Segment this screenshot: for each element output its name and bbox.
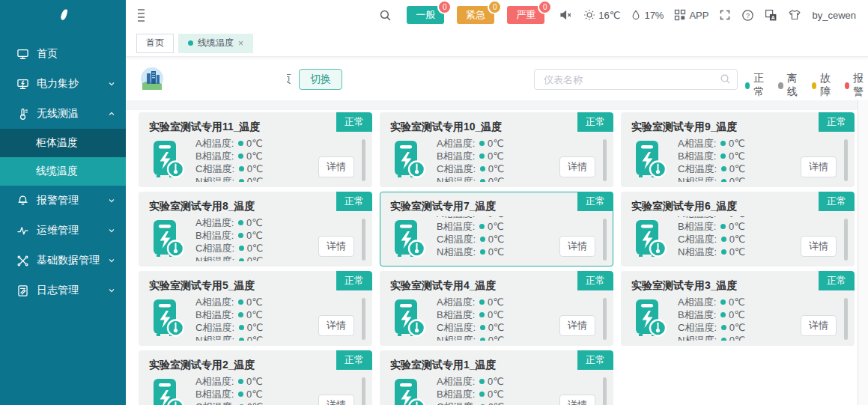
card-scrollbar[interactable] <box>844 298 848 340</box>
page-scrollbar[interactable] <box>858 100 868 405</box>
sidebar-item-3[interactable]: 报警管理 <box>0 186 126 216</box>
phase-label: B相温度: <box>678 309 719 320</box>
detail-button[interactable]: 详情 <box>559 236 595 257</box>
search-icon[interactable] <box>379 9 392 22</box>
tab-close-icon[interactable]: × <box>238 39 243 48</box>
sidebar-item-0[interactable]: 首页 <box>0 39 126 69</box>
sidebar-item-1[interactable]: 电力集抄 <box>0 69 126 99</box>
device-card[interactable]: 实验室测试专用3_温度正常 A相温度: 0℃B相温度: 0℃C相温度: 0℃N相… <box>621 271 855 346</box>
phase-temp-line: B相温度: 0℃ <box>195 150 315 162</box>
phase-temp-value: 0℃ <box>488 389 504 400</box>
sidebar-item-5[interactable]: 基础数据管理 <box>0 246 126 275</box>
device-icon <box>392 139 426 183</box>
chevron-down-icon <box>108 197 115 204</box>
device-card[interactable]: 实验室测试专用8_温度正常 A相温度: 0℃B相温度: 0℃C相温度: 0℃N相… <box>139 192 372 267</box>
phase-temp-value: 0℃ <box>729 234 746 245</box>
phase-temp-value: 0℃ <box>246 376 263 387</box>
phase-temp-line: C相温度: 0℃ <box>678 162 798 175</box>
menu-collapse-icon[interactable] <box>135 6 148 25</box>
phase-status-dot <box>479 224 485 229</box>
water-drop-icon <box>631 9 641 21</box>
detail-button[interactable]: 详情 <box>318 156 354 177</box>
app-download[interactable]: APP <box>674 9 708 21</box>
device-card[interactable]: 实验室测试专用2_温度正常 A相温度: 0℃B相温度: 0℃C相温度: 0℃N相… <box>139 350 372 405</box>
sidebar-subitem-2-0[interactable]: 柜体温度 <box>0 129 126 157</box>
phase-temp-line: N相温度: 0℃ <box>678 175 798 182</box>
detail-button[interactable]: 详情 <box>318 315 354 336</box>
alarm-level-button-1[interactable]: 紧急0 <box>457 6 494 24</box>
station-logo[interactable] <box>141 67 163 93</box>
phase-label: B相温度: <box>678 221 719 232</box>
phase-status-dot <box>480 166 485 171</box>
card-title: 实验室测试专用7_温度 <box>390 200 497 213</box>
tab-label: 线缆温度 <box>198 37 234 49</box>
sidebar-item-2[interactable]: 无线测温 <box>0 99 126 129</box>
switch-station-button[interactable]: 切换 <box>299 69 342 90</box>
device-card[interactable]: 实验室测试专用11_温度正常 A相温度: 0℃B相温度: 0℃C相温度: 0℃N… <box>139 112 372 187</box>
detail-button[interactable]: 详情 <box>318 236 354 257</box>
username[interactable]: by_cewen <box>812 10 856 21</box>
device-icon <box>633 298 667 341</box>
tab-0[interactable]: 首页 <box>136 34 174 53</box>
card-scrollbar[interactable] <box>844 219 848 261</box>
volume-muted-icon[interactable] <box>559 9 573 21</box>
phase-temp-value: 0℃ <box>488 401 505 405</box>
detail-button[interactable]: 详情 <box>559 156 595 177</box>
detail-button[interactable]: 详情 <box>801 156 837 177</box>
phase-label: A相温度: <box>678 216 719 219</box>
phase-temp-value: 0℃ <box>246 150 263 162</box>
phase-list: A相温度: 0℃B相温度: 0℃C相温度: 0℃N相温度: 0℃ <box>678 137 798 182</box>
card-scrollbar[interactable] <box>603 219 607 261</box>
phase-temp-line: A相温度: 0℃ <box>195 137 315 150</box>
theme-shirt-icon[interactable] <box>788 9 801 21</box>
phase-status-dot <box>239 246 244 251</box>
card-scrollbar[interactable] <box>844 139 848 181</box>
detail-button[interactable]: 详情 <box>801 236 837 257</box>
search-input-icon[interactable] <box>720 73 731 88</box>
card-scrollbar[interactable] <box>362 139 365 181</box>
card-scrollbar[interactable] <box>362 298 365 340</box>
phase-label: C相温度: <box>195 401 237 405</box>
phase-temp-value: 0℃ <box>247 335 264 341</box>
phase-label: N相温度: <box>195 335 237 341</box>
fullscreen-icon[interactable] <box>719 9 731 21</box>
card-scrollbar[interactable] <box>603 298 607 340</box>
sidebar-subitem-2-1[interactable]: 线缆温度 <box>0 157 126 186</box>
device-card[interactable]: 实验室测试专用7_温度正常 A相温度: 0℃B相温度: 0℃C相温度: 0℃N相… <box>380 192 613 267</box>
device-card[interactable]: 实验室测试专用1_温度正常 A相温度: 0℃B相温度: 0℃C相温度: 0℃N相… <box>380 350 613 405</box>
sidebar-item-4[interactable]: 运维管理 <box>0 216 126 246</box>
card-title: 实验室测试专用2_温度 <box>149 359 255 372</box>
tab-1[interactable]: 线缆温度× <box>178 34 253 53</box>
card-title: 实验室测试专用11_温度 <box>149 121 261 134</box>
phase-temp-line: B相温度: 0℃ <box>195 308 315 321</box>
detail-button[interactable]: 详情 <box>318 395 354 405</box>
legend-label: 故障 <box>820 72 835 99</box>
phase-status-dot <box>239 325 244 330</box>
sidebar-item-6[interactable]: 日志管理 <box>0 275 126 305</box>
phase-status-dot <box>479 392 485 397</box>
detail-button[interactable]: 详情 <box>801 315 837 336</box>
help-icon[interactable]: ? <box>741 9 754 22</box>
phase-label: A相温度: <box>678 138 719 149</box>
translate-icon[interactable]: A <box>765 9 777 22</box>
alarm-level-button-2[interactable]: 严重0 <box>507 6 544 24</box>
device-icon <box>151 377 185 405</box>
card-scrollbar[interactable] <box>603 377 607 405</box>
device-card[interactable]: 实验室测试专用9_温度正常 A相温度: 0℃B相温度: 0℃C相温度: 0℃N相… <box>621 112 855 187</box>
card-title: 实验室测试专用10_温度 <box>390 121 502 134</box>
phase-temp-line: N相温度: 0℃ <box>437 334 556 341</box>
card-scrollbar[interactable] <box>603 139 607 181</box>
meter-search-input[interactable] <box>534 69 738 90</box>
device-card[interactable]: 实验室测试专用5_温度正常 A相温度: 0℃B相温度: 0℃C相温度: 0℃N相… <box>139 271 372 346</box>
device-card[interactable]: 实验室测试专用6_温度正常 A相温度: 0℃B相温度: 0℃C相温度: 0℃N相… <box>621 192 855 267</box>
detail-button[interactable]: 详情 <box>559 395 595 405</box>
device-icon <box>633 219 667 262</box>
phase-list: A相温度: 0℃B相温度: 0℃C相温度: 0℃N相温度: 0℃ <box>678 216 798 258</box>
card-scrollbar[interactable] <box>362 219 365 261</box>
phase-temp-value: 0℃ <box>488 216 504 219</box>
device-card[interactable]: 实验室测试专用10_温度正常 A相温度: 0℃B相温度: 0℃C相温度: 0℃N… <box>380 112 613 187</box>
device-card[interactable]: 实验室测试专用4_温度正常 A相温度: 0℃B相温度: 0℃C相温度: 0℃N相… <box>380 271 613 346</box>
alarm-level-button-0[interactable]: 一般0 <box>407 6 444 24</box>
detail-button[interactable]: 详情 <box>559 315 595 336</box>
card-scrollbar[interactable] <box>362 377 365 405</box>
